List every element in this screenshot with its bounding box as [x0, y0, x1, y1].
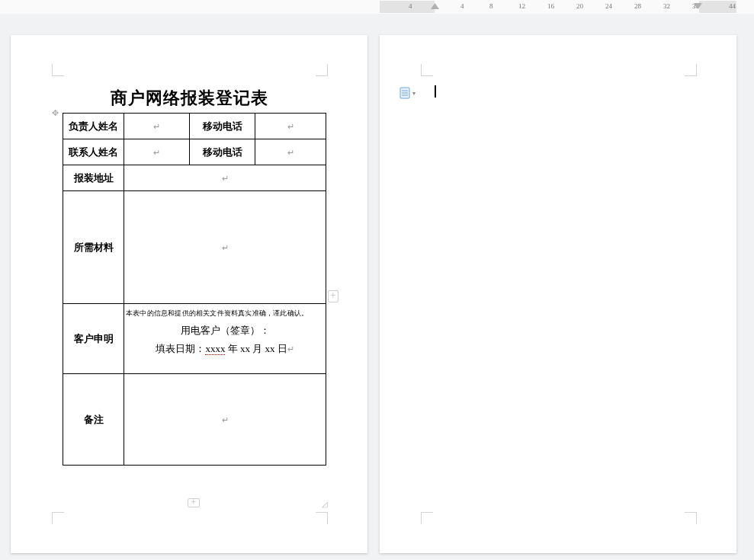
declaration-date-year: xxxx: [205, 343, 225, 355]
registration-form-table[interactable]: 负责人姓名 ↵ 移动电话 ↵ 联系人姓名 ↵ 移动电话 ↵ 报装地址 ↵ 所需材…: [63, 113, 326, 466]
section-break-icon[interactable]: ▾: [399, 87, 416, 99]
ruler-tick: 28: [634, 2, 641, 10]
add-row-button[interactable]: +: [188, 498, 200, 507]
ruler-tick: 16: [547, 2, 554, 10]
dropdown-triangle-icon: ▾: [412, 90, 416, 97]
horizontal-ruler[interactable]: 4 4 8 12 16 20 24 28 32 36 44: [0, 0, 754, 14]
declaration-date-label: 填表日期：: [156, 343, 205, 354]
cell-value[interactable]: ↵: [124, 139, 190, 165]
cell-label[interactable]: 移动电话: [190, 114, 255, 139]
right-indent-marker-icon[interactable]: [694, 2, 702, 10]
svg-marker-1: [694, 3, 702, 9]
cell-label[interactable]: 备注: [63, 374, 124, 466]
cell-label[interactable]: 负责人姓名: [63, 114, 124, 139]
table-row: 所需材料 ↵: [63, 191, 326, 304]
table-row: 负责人姓名 ↵ 移动电话 ↵: [63, 114, 326, 139]
workspace: 4 4 8 12 16 20 24 28 32 36 44 ✥ 商户网络报装登记…: [0, 0, 754, 560]
declaration-date-rest: 年 xx 月 xx 日: [228, 343, 287, 354]
table-handle-icon[interactable]: ◿: [322, 500, 328, 508]
ruler-tick: 12: [518, 2, 525, 10]
ruler-tick: 24: [605, 2, 612, 10]
cell-label[interactable]: 移动电话: [190, 139, 255, 165]
cell-value[interactable]: ↵: [124, 165, 326, 191]
add-column-button[interactable]: +: [328, 290, 338, 302]
cell-value[interactable]: ↵: [255, 139, 326, 165]
table-row: 客户申明 本表中的信息和提供的相关文件资料真实准确，谨此确认。 用电客户（签章）…: [63, 304, 326, 374]
document-title: 商户网络报装登记表: [11, 87, 367, 110]
table-row: 报装地址 ↵: [63, 165, 326, 191]
ruler-tick: 44: [729, 2, 736, 10]
table-row: 联系人姓名 ↵ 移动电话 ↵: [63, 139, 326, 165]
indent-marker-icon[interactable]: [431, 2, 439, 10]
ruler-tick: 8: [489, 2, 493, 10]
declaration-text-small: 本表中的信息和提供的相关文件资料真实准确，谨此确认。: [126, 307, 308, 320]
cell-value[interactable]: ↵: [124, 191, 326, 304]
table-row: 备注 ↵: [63, 374, 326, 466]
cell-label[interactable]: 联系人姓名: [63, 139, 124, 165]
svg-marker-0: [431, 3, 439, 9]
ruler-tick: 4: [409, 2, 412, 10]
cell-value[interactable]: ↵: [124, 374, 326, 466]
ruler-tick: 4: [460, 2, 464, 10]
page-2[interactable]: ▾: [380, 35, 736, 553]
cell-value[interactable]: ↵: [124, 114, 190, 139]
cell-label[interactable]: 报装地址: [63, 165, 124, 191]
cell-label[interactable]: 客户申明: [63, 304, 124, 374]
page-1[interactable]: ✥ 商户网络报装登记表 负责人姓名 ↵ 移动电话 ↵ 联系人姓名 ↵ 移动电话 …: [11, 35, 367, 553]
cell-label[interactable]: 所需材料: [63, 191, 124, 304]
cell-value[interactable]: ↵: [255, 114, 326, 139]
declaration-signature-line: 用电客户（签章）：: [181, 325, 270, 336]
ruler-tick: 32: [663, 2, 670, 10]
ruler-tick: 20: [576, 2, 583, 10]
text-cursor: [435, 85, 436, 98]
cell-declaration[interactable]: 本表中的信息和提供的相关文件资料真实准确，谨此确认。 用电客户（签章）： 填表日…: [124, 304, 326, 374]
